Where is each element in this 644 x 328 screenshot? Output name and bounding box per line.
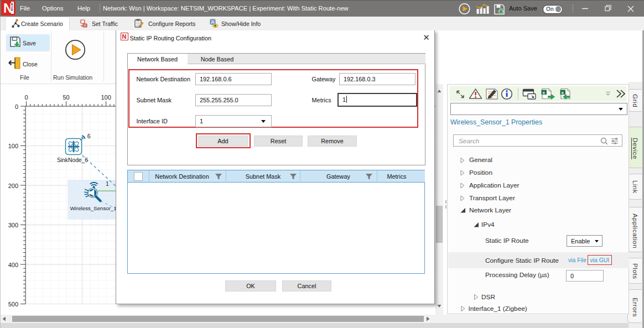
svg-text:300: 300 [8, 222, 18, 228]
svg-text:Wireless_Sensor_1: Wireless_Sensor_1 [70, 205, 117, 211]
svg-text:SinkNode_6: SinkNode_6 [57, 157, 88, 163]
svg-text:100: 100 [8, 143, 18, 149]
svg-text:0: 0 [15, 103, 18, 110]
svg-text:200: 200 [8, 183, 18, 189]
svg-text:50: 50 [63, 94, 69, 101]
svg-text:0: 0 [25, 94, 28, 101]
svg-text:100: 100 [101, 94, 111, 101]
svg-text:1: 1 [106, 180, 109, 187]
svg-text:400: 400 [8, 262, 18, 268]
svg-text:500: 500 [8, 301, 18, 308]
svg-text:6: 6 [87, 133, 91, 139]
